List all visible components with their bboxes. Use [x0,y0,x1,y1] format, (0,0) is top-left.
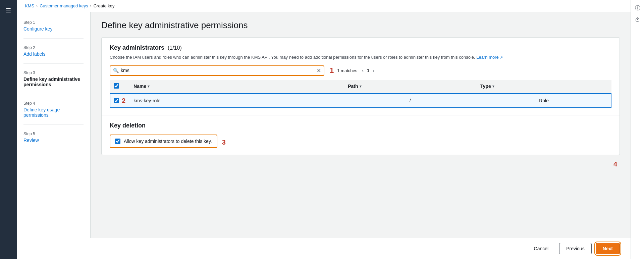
breadcrumb-current: Create key [94,3,115,8]
annotation-4-row: 4 [101,160,620,168]
deletion-title: Key deletion [110,122,611,129]
clear-search-icon[interactable]: ✕ [317,67,321,74]
key-admin-title: Key administrators [110,44,164,51]
annotation-3: 3 [222,139,226,146]
main-wrapper: KMS › Customer managed keys › Create key… [17,0,631,259]
footer-bar: Cancel Previous Next [17,238,631,259]
info-icon[interactable]: ⓘ [635,5,640,12]
name-sort[interactable]: Name ▾ [133,84,150,89]
history-icon[interactable]: ⏱ [635,17,640,23]
breadcrumb-sep-2: › [90,4,92,8]
search-box[interactable]: 🔍 ✕ [110,65,324,76]
allow-deletion-text: Allow key administrators to delete this … [124,139,212,144]
step-5-label: Step 5 [23,132,84,136]
row-name-cell: kms-key-role [129,93,344,108]
th-name: Name ▾ [129,80,344,93]
annotation-1: 1 [330,66,334,75]
deletion-checkbox-wrapper: Allow key administrators to delete this … [110,135,226,148]
step-1-label: Step 1 [23,20,84,25]
name-sort-icon: ▾ [148,84,150,89]
menu-icon[interactable]: ☰ [4,5,13,16]
nav-icon-strip: ☰ [0,0,17,259]
page-content: Define key administrative permissions Ke… [91,12,631,238]
annotation-2: 2 [122,97,125,105]
step-4-label: Step 4 [23,101,84,106]
section-description: Choose the IAM users and roles who can a… [110,54,611,61]
step-item-1: Step 1 Configure key [23,20,84,39]
content-area: Step 1 Configure key Step 2 Add labels S… [17,12,631,238]
select-all-checkbox[interactable] [114,83,119,89]
row-type-cell: Role [476,93,611,108]
main-card: Key administrators (1/10) Choose the IAM… [101,37,620,155]
key-administrators-section: Key administrators (1/10) Choose the IAM… [102,38,620,115]
learn-more-link[interactable]: Learn more ↗ [476,55,503,60]
search-input[interactable] [121,68,317,73]
step-item-2: Step 2 Add labels [23,45,84,64]
step-2-label: Step 2 [23,45,84,50]
annotation-4: 4 [613,160,617,168]
breadcrumb-cmk-link[interactable]: Customer managed keys [40,3,88,8]
path-sort-icon: ▾ [360,84,362,89]
table-row[interactable]: 2 kms-key-role / Role [110,93,611,108]
pagination-prev-btn[interactable]: ‹ [361,67,365,74]
section-title-row: Key administrators (1/10) [110,44,611,51]
pagination-next-btn[interactable]: › [371,67,376,74]
th-path: Path ▾ [344,80,476,93]
step-3-label: Step 3 [23,70,84,75]
admin-table: Name ▾ Path ▾ [110,80,611,108]
sidebar-item-configure-key[interactable]: Configure key [23,26,52,32]
next-button[interactable]: Next [596,243,620,254]
step-item-4: Step 4 Define key usage permissions [23,101,84,125]
allow-deletion-checkbox[interactable] [115,139,120,144]
search-icon: 🔍 [113,68,119,73]
sidebar-item-define-admin: Define key administrative permissions [23,76,80,87]
count-badge: (1/10) [168,45,182,51]
type-sort[interactable]: Type ▾ [480,84,494,89]
key-deletion-section: Key deletion Allow key administrators to… [102,115,620,155]
row-checkbox[interactable] [114,98,119,103]
th-type: Type ▾ [476,80,611,93]
page-title: Define key administrative permissions [101,20,620,31]
sidebar-item-review[interactable]: Review [23,138,39,143]
external-link-icon: ↗ [500,55,503,59]
step-item-5: Step 5 Review [23,132,84,150]
breadcrumb: KMS › Customer managed keys › Create key [17,0,631,12]
th-checkbox [110,80,129,93]
step-item-3: Step 3 Define key administrative permiss… [23,70,84,94]
search-row: 🔍 ✕ 1 1 matches ‹ 1 › [110,65,611,76]
row-path-cell: / [344,93,476,108]
previous-button[interactable]: Previous [559,243,591,254]
steps-panel: Step 1 Configure key Step 2 Add labels S… [17,12,91,238]
allow-deletion-label[interactable]: Allow key administrators to delete this … [110,135,217,148]
path-sort[interactable]: Path ▾ [348,84,361,89]
matches-info: 1 matches [337,68,357,73]
sidebar-item-define-usage[interactable]: Define key usage permissions [23,107,60,118]
type-sort-icon: ▾ [492,84,494,89]
breadcrumb-kms-link[interactable]: KMS [25,3,34,8]
sidebar-item-add-labels[interactable]: Add labels [23,51,45,57]
pagination-current: 1 [367,68,369,73]
breadcrumb-sep-1: › [36,4,38,8]
row-checkbox-cell: 2 [110,93,129,108]
right-icon-strip: ⓘ ⏱ [631,0,644,259]
cancel-button[interactable]: Cancel [527,243,555,254]
pagination-controls: ‹ 1 › [361,67,376,74]
